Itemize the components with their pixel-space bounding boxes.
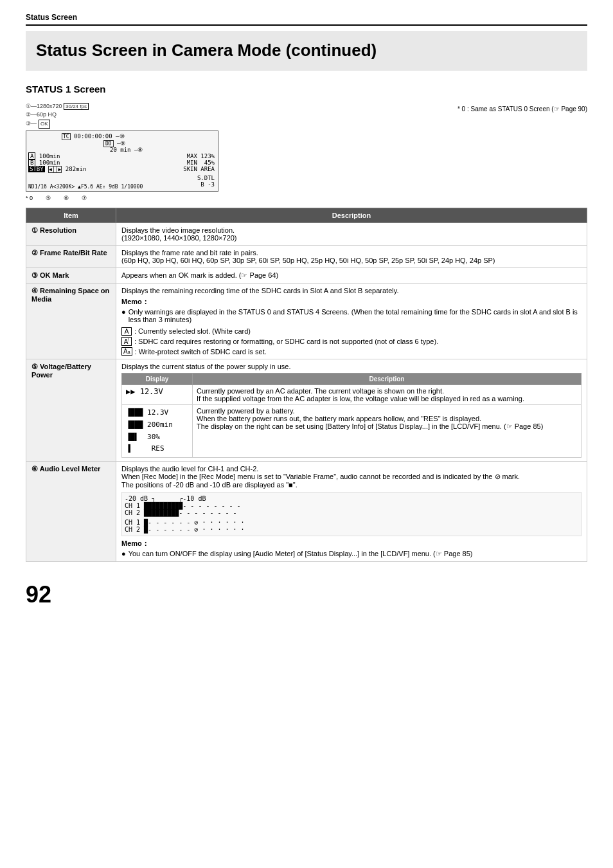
page-number: 92	[26, 581, 587, 608]
batt-200min: ▐███ 200min	[126, 419, 188, 431]
item-audio: ⑥ Audio Level Meter	[26, 461, 116, 561]
batt-12v: ▐███ 12.3V	[126, 407, 188, 419]
row-num: ③	[31, 271, 40, 279]
table-row: ② Frame Rate/Bit Rate Displays the frame…	[26, 245, 587, 267]
slots-info: A : Currently selected slot. (White card…	[121, 327, 582, 356]
item-voltage: ⑤ Voltage/Battery Power	[26, 359, 116, 462]
sub-table-row: ▐███ 12.3V ▐███ 200min ▐█▌ 30% ▐ RES Cur…	[122, 405, 582, 458]
diagram-label-1: ①—1280x720 30/24 fps	[26, 102, 218, 111]
page-title: Status Screen in Camera Mode (continued)	[36, 40, 577, 62]
desc-voltage: Displays the current status of the power…	[116, 359, 587, 462]
max-min-display: MAX 123%MIN 45%SKIN AREA	[183, 153, 215, 172]
memo-title: Memo：	[121, 297, 582, 307]
audio-meter-display: -20 dB ┐ ┌-10 dB CH 1 ██████████- - - - …	[121, 492, 582, 536]
batt-res: ▐ RES	[126, 443, 188, 455]
desc-okmark: Appears when an OK mark is added. (☞ Pag…	[116, 267, 587, 283]
item-framerate: ② Frame Rate/Bit Rate	[26, 245, 116, 267]
bottom-bar: ND1/16 A<3200K> ▲F5.6 AE↑ 9dB 1/10000	[28, 184, 143, 190]
battery-description: Currently powered by a battery. When the…	[193, 405, 582, 458]
batt-30pct: ▐█▌ 30%	[126, 431, 188, 444]
section-title: STATUS 1 Screen	[26, 84, 587, 95]
diagram-note: * 0 : Same as STATUS 0 Screen (☞ Page 90…	[458, 105, 587, 113]
main-table: Item Description ① Resolution Displays t…	[26, 208, 587, 562]
time-remain-display: 20 min —⑧	[110, 147, 143, 153]
row-num: ⑤	[31, 363, 40, 370]
ch2-active: CH 2 █████████- - - - - - - -	[125, 509, 578, 516]
desc-audio: Displays the audio level for CH-1 and CH…	[116, 461, 587, 561]
row-num: ②	[31, 249, 40, 257]
desc-remaining-space: Displays the remaining recording time of…	[116, 283, 587, 359]
bottom-labels: * 0 ⑤ ⑥ ⑦	[26, 195, 218, 201]
item-resolution: ① Resolution	[26, 222, 116, 245]
ch1-active: CH 1 ██████████- - - - - - - -	[125, 502, 578, 509]
diagram-label-3: ③—OK	[26, 120, 218, 129]
slot-display: A 100min B 100min STBY ◀||▶ 282min	[28, 153, 86, 172]
row-num: ①	[31, 226, 40, 234]
audio-memo: Memo： ● You can turn ON/OFF the display …	[121, 539, 582, 558]
diagram-label-2: ②—60p HQ	[26, 111, 218, 120]
ch2-muted: CH 2 █- - - - - - ⊘ · · · · · ·	[125, 526, 578, 533]
item-okmark: ③ OK Mark	[26, 267, 116, 283]
ch1-muted: CH 1 █- - - - - - ⊘ · · · · · ·	[125, 519, 578, 526]
item-remaining-space: ④ Remaining Space on Media	[26, 283, 116, 359]
audio-memo-title: Memo：	[121, 539, 582, 548]
table-row: ① Resolution Displays the video image re…	[26, 222, 587, 245]
memo-item: ● Only warnings are displayed in the STA…	[121, 308, 582, 323]
ac-description: Currently powered by an AC adapter. The …	[193, 385, 582, 405]
section-header: Status Screen	[26, 13, 587, 26]
dd-display: DD —⑨	[103, 140, 125, 147]
col-item-header: Item	[26, 208, 116, 222]
timecode-display: TC 00:00:00:00 —⑩	[62, 133, 125, 140]
table-row: ⑥ Audio Level Meter Displays the audio l…	[26, 461, 587, 561]
battery-display: ▐███ 12.3V ▐███ 200min ▐█▌ 30% ▐ RES	[122, 405, 193, 458]
sub-table-row: ▶▶ 12.3V Currently powered by an AC adap…	[122, 385, 582, 405]
page-title-block: Status Screen in Camera Mode (continued)	[26, 31, 587, 71]
row-num: ⑥	[31, 465, 40, 473]
diagram-area: ①—1280x720 30/24 fps ②—60p HQ ③—OK TC 00…	[26, 102, 587, 201]
row-num: ④	[31, 287, 40, 294]
col-description-header: Description	[116, 208, 587, 222]
sub-col-display: Display	[122, 374, 193, 385]
audio-db-labels: -20 dB ┐ ┌-10 dB	[125, 495, 578, 502]
voltage-sub-table: Display Description ▶▶ 12.3V Currently p…	[121, 373, 582, 458]
sub-col-desc: Description	[193, 374, 582, 385]
ac-display: ▶▶ 12.3V	[122, 385, 193, 405]
desc-resolution: Displays the video image resolution. (19…	[116, 222, 587, 245]
table-row: ④ Remaining Space on Media Displays the …	[26, 283, 587, 359]
sdtl-display: S.DTLB -3	[197, 175, 215, 188]
table-row: ③ OK Mark Appears when an OK mark is add…	[26, 267, 587, 283]
desc-framerate: Displays the frame rate and bit rate in …	[116, 245, 587, 267]
table-row: ⑤ Voltage/Battery Power Displays the cur…	[26, 359, 587, 462]
